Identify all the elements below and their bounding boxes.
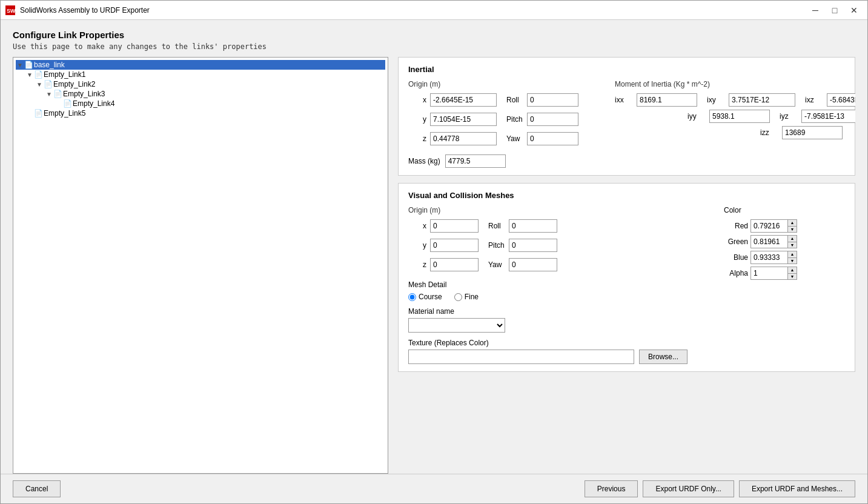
blue-label: Blue: [724, 253, 748, 262]
visual-roll-label: Roll: [488, 222, 505, 230]
alpha-spin-up[interactable]: ▲: [788, 267, 797, 273]
mass-input[interactable]: [445, 154, 506, 168]
inertial-yaw-row: Yaw: [506, 132, 578, 145]
ixx-input[interactable]: [637, 93, 697, 107]
page-header: Configure Link Properties Use this page …: [1, 20, 867, 57]
close-button[interactable]: ✕: [846, 4, 863, 16]
inertial-y-row: y: [408, 113, 497, 126]
visual-roll-row: Roll: [488, 219, 557, 233]
material-label: Material name: [408, 307, 687, 316]
previous-button[interactable]: Previous: [585, 480, 638, 497]
tree-panel: ▼ 📄 base_link ▼ 📄 Empty_Link1 ▼ 📄 Empty_…: [13, 57, 388, 474]
visual-y-input[interactable]: [430, 239, 479, 252]
inertial-pitch-input[interactable]: [527, 113, 578, 126]
visual-y-row: y: [408, 239, 479, 252]
iyz-input[interactable]: [801, 110, 855, 123]
inertial-roll-input[interactable]: [527, 93, 578, 107]
tree-expander-empty-link3[interactable]: ▼: [45, 90, 53, 98]
footer-left: Cancel: [13, 480, 61, 497]
mesh-detail-radios: Course Fine: [408, 293, 687, 301]
ixy-input[interactable]: [729, 93, 795, 107]
tree-item-empty-link2[interactable]: ▼ 📄 Empty_Link2: [16, 79, 385, 89]
visual-pitch-row: Pitch: [488, 239, 557, 252]
alpha-spinbox: ▲ ▼: [750, 267, 797, 280]
visual-roll-input[interactable]: [509, 219, 557, 233]
blue-input[interactable]: [751, 251, 787, 264]
app-icon: SW: [5, 5, 15, 15]
red-spin-down[interactable]: ▼: [788, 226, 797, 232]
visual-x-input[interactable]: [430, 219, 479, 233]
red-spin-up[interactable]: ▲: [788, 220, 797, 226]
blue-spin-up[interactable]: ▲: [788, 251, 797, 257]
green-input[interactable]: [751, 236, 787, 248]
visual-z-row: z: [408, 258, 479, 271]
tree-expander-base-link[interactable]: ▼: [16, 61, 24, 69]
minimize-button[interactable]: ─: [807, 4, 824, 16]
green-label: Green: [724, 237, 748, 246]
browse-button[interactable]: Browse...: [639, 350, 687, 364]
visual-yaw-input[interactable]: [509, 258, 557, 271]
page-description: Use this page to make any changes to the…: [13, 42, 855, 51]
tree-expander-empty-link2[interactable]: ▼: [35, 80, 44, 88]
material-dropdown[interactable]: [408, 318, 505, 333]
inertial-x-input[interactable]: [430, 93, 497, 107]
green-row: Green ▲ ▼: [724, 235, 845, 248]
inertial-yaw-input[interactable]: [527, 132, 578, 145]
alpha-input[interactable]: [751, 267, 787, 279]
inertial-section: Inertial Origin (m) x: [398, 57, 855, 176]
export-urdf-button[interactable]: Export URDF Only...: [643, 480, 734, 497]
tree-expander-empty-link1[interactable]: ▼: [25, 70, 34, 79]
texture-input[interactable]: [408, 350, 634, 364]
inertial-moi: Moment of Inertia (Kg * m^-2) ixx ixy ix…: [615, 80, 855, 139]
visual-yaw-row: Yaw: [488, 258, 557, 271]
visual-pitch-input[interactable]: [509, 239, 557, 252]
tree-item-base-link[interactable]: ▼ 📄 base_link: [16, 60, 385, 70]
visual-title: Visual and Collision Meshes: [408, 191, 845, 200]
tree-item-empty-link5[interactable]: ▶ 📄 Empty_Link5: [16, 108, 385, 118]
tree-label-empty-link3: Empty_Link3: [63, 90, 105, 98]
course-radio[interactable]: [408, 293, 416, 301]
mesh-detail-section: Mesh Detail Course Fine: [408, 280, 687, 301]
blue-spin-down[interactable]: ▼: [788, 257, 797, 264]
course-label: Course: [419, 293, 442, 301]
tree-label-empty-link1: Empty_Link1: [44, 70, 85, 79]
green-spinbox-btns: ▲ ▼: [787, 236, 797, 248]
fine-radio[interactable]: [454, 293, 462, 301]
tree-item-empty-link4[interactable]: ▶ 📄 Empty_Link4: [16, 99, 385, 108]
iyy-input[interactable]: [709, 110, 770, 123]
export-both-button[interactable]: Export URDF and Meshes...: [739, 480, 855, 497]
window-title: SolidWorks Assembly to URDF Exporter: [20, 6, 807, 15]
inertial-mass-row: Mass (kg): [408, 154, 845, 168]
tree-node-icon-empty-link1: 📄: [34, 70, 42, 79]
tree-item-empty-link3[interactable]: ▼ 📄 Empty_Link3: [16, 89, 385, 99]
inertial-moi-label: Moment of Inertia (Kg * m^-2): [615, 80, 855, 88]
green-spinbox: ▲ ▼: [750, 235, 797, 248]
inertial-roll-row: Roll: [506, 93, 578, 107]
visual-pitch-label: Pitch: [488, 241, 505, 250]
right-panel: Inertial Origin (m) x: [398, 57, 855, 474]
color-section-label: Color: [724, 206, 845, 214]
visual-yaw-label: Yaw: [488, 260, 505, 269]
green-spin-up[interactable]: ▲: [788, 236, 797, 242]
inertial-x-row: x: [408, 93, 497, 107]
tree-label-base-link: base_link: [34, 61, 65, 69]
ixz-input[interactable]: [827, 93, 855, 107]
page-title: Configure Link Properties: [13, 30, 855, 40]
visual-z-input[interactable]: [430, 258, 479, 271]
material-section: Material name: [408, 307, 687, 333]
tree-label-empty-link2: Empty_Link2: [53, 80, 95, 88]
inertial-y-input[interactable]: [430, 113, 497, 126]
cancel-button[interactable]: Cancel: [13, 480, 61, 497]
maximize-button[interactable]: □: [826, 4, 843, 16]
tree-item-empty-link1[interactable]: ▼ 📄 Empty_Link1: [16, 70, 385, 79]
texture-section: Texture (Replaces Color) Browse...: [408, 339, 687, 364]
inertial-title: Inertial: [408, 65, 845, 74]
alpha-label: Alpha: [724, 269, 748, 277]
izz-input[interactable]: [782, 126, 843, 139]
alpha-spin-down[interactable]: ▼: [788, 273, 797, 279]
izz-label: izz: [760, 128, 777, 137]
red-input[interactable]: [751, 220, 787, 232]
tree-node-icon-empty-link4: 📄: [63, 99, 71, 108]
green-spin-down[interactable]: ▼: [788, 242, 797, 248]
inertial-z-input[interactable]: [430, 132, 497, 145]
